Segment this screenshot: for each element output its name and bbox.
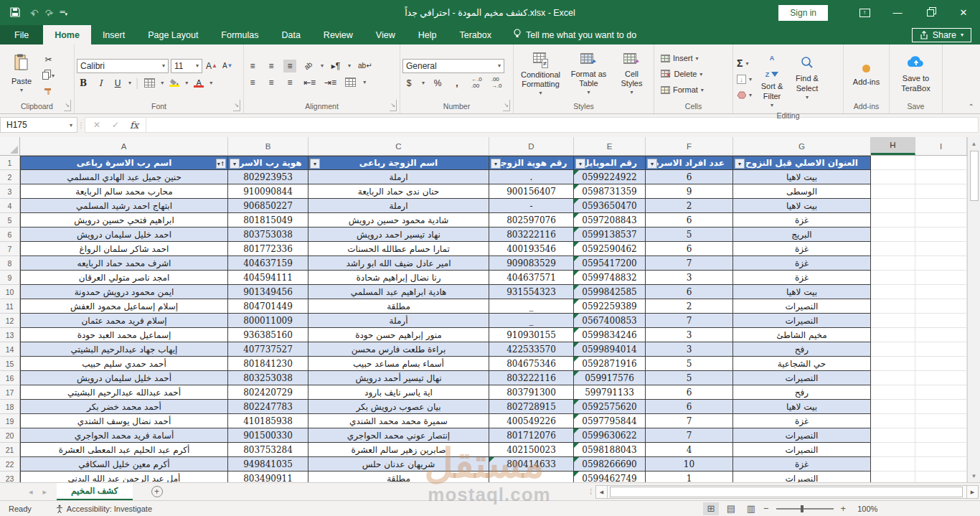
zoom-in-icon[interactable]: + (841, 503, 847, 514)
grow-font-button[interactable]: A▲ (204, 60, 219, 72)
cell-D13[interactable]: 910930155 (489, 328, 574, 342)
row-header-20[interactable]: 20 (0, 428, 20, 443)
cell-D3[interactable]: 900156407 (489, 184, 574, 199)
cell-F9[interactable]: 3 (646, 271, 733, 285)
cell-B18[interactable]: 802247783 (228, 400, 308, 414)
collapse-ribbon-icon[interactable]: ⌃ (969, 103, 974, 111)
cell-A20[interactable]: أسامة فريد محمد الحواجري (20, 428, 228, 443)
cell-F16[interactable]: 5 (646, 371, 733, 385)
cell-E19[interactable]: 0597795844 (574, 414, 646, 428)
scroll-up-icon[interactable]: ▲ (968, 137, 980, 150)
cell-D14[interactable]: 422533570 (489, 342, 574, 357)
cell-G20[interactable]: النصيرات (733, 428, 871, 443)
cell-G10[interactable]: بيت لاهيا (733, 285, 871, 299)
row-header-1[interactable]: 1 (0, 156, 20, 170)
redo-icon[interactable]: ↷▾ (45, 8, 50, 18)
accessibility-status[interactable]: Accessibility: Investigate (56, 505, 152, 513)
cell-F17[interactable]: 6 (646, 385, 733, 400)
cell-H16[interactable] (871, 371, 915, 385)
cell-B14[interactable]: 407737527 (228, 342, 308, 357)
cell-I9[interactable] (915, 271, 967, 285)
cell-C11[interactable]: مطلقة (308, 299, 489, 314)
row-header-13[interactable]: 13 (0, 328, 20, 342)
row-header-11[interactable]: 11 (0, 299, 20, 314)
cell-B8[interactable]: 404637159 (228, 256, 308, 271)
font-dialog-launcher-icon[interactable]: ↘ (233, 100, 240, 111)
cell-I20[interactable] (915, 428, 967, 443)
minimize-button[interactable]: — (881, 0, 914, 25)
header-cell-E[interactable]: رقم الموبايل▾ (574, 156, 646, 170)
cell-I17[interactable] (915, 385, 967, 400)
normal-view-icon[interactable]: ⊞ (703, 502, 719, 515)
ribbon-tab-review[interactable]: Review (312, 25, 364, 44)
cell-D9[interactable]: 404637571 (489, 271, 574, 285)
cell-C6[interactable]: نهاد تيسير احمد درويش (308, 227, 489, 242)
ribbon-tab-view[interactable]: View (364, 25, 407, 44)
save-icon[interactable] (10, 7, 20, 19)
cancel-entry-icon[interactable]: ✕ (88, 120, 105, 130)
cell-I6[interactable] (915, 227, 967, 242)
addins-button[interactable]: Add-ins (847, 47, 886, 101)
cell-E3[interactable]: 0598731359 (574, 184, 646, 199)
cell-D20[interactable]: 801712076 (489, 428, 574, 443)
cell-C22[interactable]: شريهان عدنان حلس (308, 457, 489, 472)
horizontal-scroll-thumb[interactable] (610, 487, 963, 497)
row-header-16[interactable]: 16 (0, 371, 20, 385)
cell-H13[interactable] (871, 328, 915, 342)
row-header-22[interactable]: 22 (0, 457, 20, 472)
save-to-terabox-button[interactable]: Save to TeraBox (893, 47, 939, 101)
increase-decimal-icon[interactable]: ←.0.00 (470, 77, 484, 90)
cell-B6[interactable]: 803753038 (228, 227, 308, 242)
cell-C10[interactable]: هادية ابراهيم عبد المسلمي (308, 285, 489, 299)
cell-I16[interactable] (915, 371, 967, 385)
cell-B20[interactable]: 901500330 (228, 428, 308, 443)
insert-cells-button[interactable]: Insert▾ (661, 51, 730, 65)
cell-B22[interactable]: 949841035 (228, 457, 308, 472)
cell-B16[interactable]: 803253038 (228, 371, 308, 385)
restore-button[interactable] (914, 0, 947, 25)
cell-I12[interactable] (915, 314, 967, 328)
sign-in-button[interactable]: Sign in (778, 5, 828, 21)
cell-H8[interactable] (871, 256, 915, 271)
cell-G6[interactable]: البريج (733, 227, 871, 242)
cell-A11[interactable]: إسلام إسماعيل محمود العفش (20, 299, 228, 314)
clear-icon[interactable]: ▾ (737, 88, 752, 102)
cell-I10[interactable] (915, 285, 967, 299)
cell-G3[interactable]: الوسطى (733, 184, 871, 199)
font-size-select[interactable]: 11▾ (171, 59, 202, 73)
ribbon-tab-data[interactable]: Data (270, 25, 311, 44)
ribbon-display-options-icon[interactable]: ↑ (848, 0, 881, 25)
cell-E6[interactable]: 0599138537 (574, 227, 646, 242)
formula-input[interactable] (146, 117, 979, 133)
cell-F4[interactable]: 2 (646, 199, 733, 213)
cell-B10[interactable]: 901349456 (228, 285, 308, 299)
cell-G18[interactable]: بيت لاهيا (733, 400, 871, 414)
number-dialog-launcher-icon[interactable]: ↘ (503, 100, 510, 111)
ribbon-tab-page-layout[interactable]: Page Layout (136, 25, 209, 44)
cell-B2[interactable]: 802923953 (228, 170, 308, 184)
cell-C5[interactable]: شادية محمود حسين درويش (308, 213, 489, 227)
cell-A12[interactable]: إسلام فريد محمد عثمان (20, 314, 228, 328)
filter-icon[interactable]: ▾ (647, 159, 657, 169)
cell-A3[interactable]: محارب محمد سالم الربايعة (20, 184, 228, 199)
decrease-indent-icon[interactable]: ⇤≡ (302, 76, 317, 89)
cell-H21[interactable] (871, 443, 915, 457)
zoom-slider-thumb[interactable] (801, 505, 804, 512)
cell-A4[interactable]: ابتهاج احمد رشيد المسلمي (20, 199, 228, 213)
cell-E23[interactable]: 0599462749 (574, 472, 646, 482)
cell-G21[interactable]: النصيرات (733, 443, 871, 457)
cell-E4[interactable]: 0593650470 (574, 199, 646, 213)
cell-A15[interactable]: أحمد حمدي سليم حبيب (20, 357, 228, 371)
cell-C23[interactable]: مطلقة (308, 472, 489, 482)
cell-B15[interactable]: 801841230 (228, 357, 308, 371)
cell-F23[interactable]: 1 (646, 472, 733, 482)
cell-F18[interactable]: 6 (646, 400, 733, 414)
row-header-19[interactable]: 19 (0, 414, 20, 428)
cell-C7[interactable]: تمارا حسام عطالله الحسنات (308, 242, 489, 256)
cell-C3[interactable]: حنان ندى حماد الربايعة (308, 184, 489, 199)
cell-I8[interactable] (915, 256, 967, 271)
cell-G4[interactable]: بيت لاهيا (733, 199, 871, 213)
cell-C2[interactable]: ارملة (308, 170, 489, 184)
name-box[interactable]: H175▾ (0, 117, 77, 133)
vertical-scrollbar[interactable]: ▲ ▼ (967, 137, 980, 482)
